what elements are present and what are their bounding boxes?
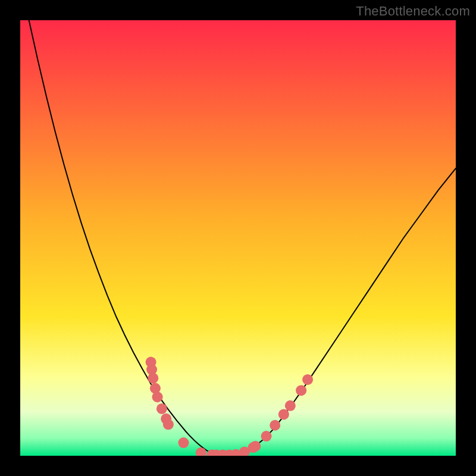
chart-frame: TheBottleneck.com (0, 0, 476, 476)
plot-area (20, 20, 456, 456)
data-marker (261, 431, 272, 441)
data-marker (296, 385, 306, 396)
data-marker (270, 420, 280, 431)
data-marker (178, 437, 189, 448)
watermark-text: TheBottleneck.com (356, 4, 470, 19)
data-marker (302, 374, 313, 385)
data-marker (278, 409, 289, 419)
data-marker (148, 373, 158, 384)
data-marker (152, 392, 163, 402)
data-marker (285, 400, 296, 411)
data-marker (156, 403, 167, 414)
plot-svg (20, 20, 456, 456)
data-marker (163, 419, 174, 430)
data-marker (250, 441, 261, 452)
gradient-background (20, 20, 456, 456)
